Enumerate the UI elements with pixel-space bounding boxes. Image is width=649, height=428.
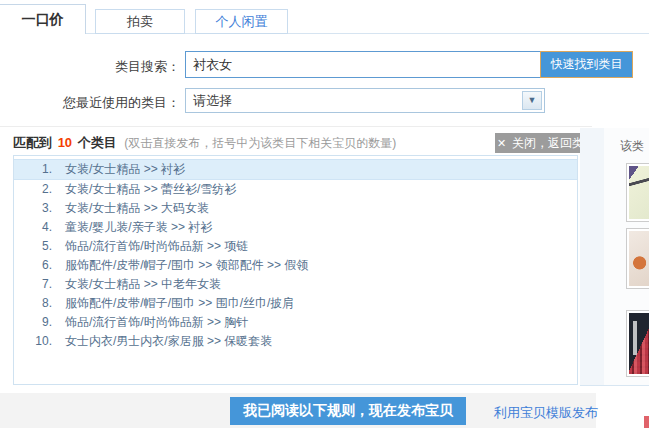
tab-auction[interactable]: 拍卖 — [95, 9, 185, 34]
right-panel-title: 该类 — [620, 138, 644, 155]
category-search-input[interactable] — [185, 51, 541, 78]
category-item-number: 10. — [14, 332, 52, 351]
category-item-number: 4. — [14, 218, 52, 237]
category-item-number: 2. — [14, 180, 52, 199]
product-image — [629, 231, 649, 286]
close-return-category-button[interactable]: ✕关闭，返回类目 — [495, 133, 586, 153]
recent-category-select[interactable]: 请选择 ▼ — [185, 88, 545, 113]
section-divider — [0, 126, 592, 127]
category-item-path: 饰品/流行首饰/时尚饰品新 >> 胸针 — [65, 315, 248, 329]
match-prefix: 匹配到 — [13, 135, 52, 150]
category-item-number: 6. — [14, 256, 52, 275]
category-list-item[interactable]: 2.女装/女士精品 >> 蕾丝衫/雪纺衫 — [14, 180, 577, 199]
product-thumbnail-beige-blouse[interactable] — [626, 228, 649, 289]
category-item-number: 3. — [14, 199, 52, 218]
chevron-down-icon[interactable]: ▼ — [522, 91, 542, 110]
match-note: (双击直接发布，括号中为该类目下相关宝贝的数量) — [124, 136, 396, 150]
category-result-box: 1.女装/女士精品 >> 衬衫2.女装/女士精品 >> 蕾丝衫/雪纺衫3.女装/… — [13, 155, 578, 385]
category-item-number: 9. — [14, 313, 52, 332]
category-item-path: 童装/婴儿装/亲子装 >> 衬衫 — [65, 220, 212, 234]
product-image — [629, 166, 649, 219]
category-item-path: 女士内衣/男士内衣/家居服 >> 保暖套装 — [65, 334, 272, 348]
category-list-item[interactable]: 7.女装/女士精品 >> 中老年女装 — [14, 275, 577, 294]
category-list-item[interactable]: 6.服饰配件/皮带/帽子/围巾 >> 领部配件 >> 假领 — [14, 256, 577, 275]
category-item-path: 女装/女士精品 >> 中老年女装 — [65, 277, 221, 291]
tab-fixed-price[interactable]: 一口价 — [0, 4, 86, 34]
match-result-header: 匹配到 10 个类目 (双击直接发布，括号中为该类目下相关宝贝的数量) — [13, 133, 396, 153]
category-item-number: 7. — [14, 275, 52, 294]
category-item-path: 服饰配件/皮带/帽子/围巾 >> 围巾/丝巾/披肩 — [65, 296, 294, 310]
category-list-item[interactable]: 8.服饰配件/皮带/帽子/围巾 >> 围巾/丝巾/披肩 — [14, 294, 577, 313]
category-list-item[interactable]: 5.饰品/流行首饰/时尚饰品新 >> 项链 — [14, 237, 577, 256]
tab-personal-idle[interactable]: 个人闲置 — [195, 9, 288, 34]
match-suffix: 个类目 — [78, 135, 117, 150]
category-item-path: 饰品/流行首饰/时尚饰品新 >> 项链 — [65, 239, 248, 253]
category-search-label: 类目搜索： — [0, 58, 180, 76]
publish-item-button[interactable]: 我已阅读以下规则，现在发布宝贝 — [230, 397, 466, 425]
product-thumbnail-green-shirt[interactable] — [626, 163, 649, 222]
match-count: 10 — [56, 135, 74, 150]
category-item-number: 5. — [14, 237, 52, 256]
use-template-publish-link[interactable]: 利用宝贝模版发布 — [494, 404, 598, 422]
recent-category-selected-value: 请选择 — [193, 93, 232, 108]
category-list-item[interactable]: 3.女装/女士精品 >> 大码女装 — [14, 199, 577, 218]
category-item-number: 1. — [14, 160, 52, 179]
category-item-path: 服饰配件/皮带/帽子/围巾 >> 领部配件 >> 假领 — [65, 258, 308, 272]
product-thumbnail-red-plaid-shirt[interactable] — [626, 310, 649, 377]
quick-find-category-button[interactable]: 快速找到类目 — [540, 51, 633, 78]
category-list: 1.女装/女士精品 >> 衬衫2.女装/女士精品 >> 蕾丝衫/雪纺衫3.女装/… — [14, 156, 577, 351]
category-list-item[interactable]: 1.女装/女士精品 >> 衬衫 — [14, 159, 577, 180]
category-item-path: 女装/女士精品 >> 蕾丝衫/雪纺衫 — [65, 182, 236, 196]
recent-category-label: 您最近使用的类目： — [0, 94, 180, 112]
cut-off-element — [644, 416, 649, 428]
category-list-item[interactable]: 9.饰品/流行首饰/时尚饰品新 >> 胸针 — [14, 313, 577, 332]
category-list-item[interactable]: 4.童装/婴儿装/亲子装 >> 衬衫 — [14, 218, 577, 237]
category-list-item[interactable]: 10.女士内衣/男士内衣/家居服 >> 保暖套装 — [14, 332, 577, 351]
close-icon: ✕ — [497, 137, 506, 149]
category-item-number: 8. — [14, 294, 52, 313]
product-image — [629, 313, 649, 374]
category-item-path: 女装/女士精品 >> 大码女装 — [65, 201, 209, 215]
category-item-path: 女装/女士精品 >> 衬衫 — [65, 162, 185, 176]
